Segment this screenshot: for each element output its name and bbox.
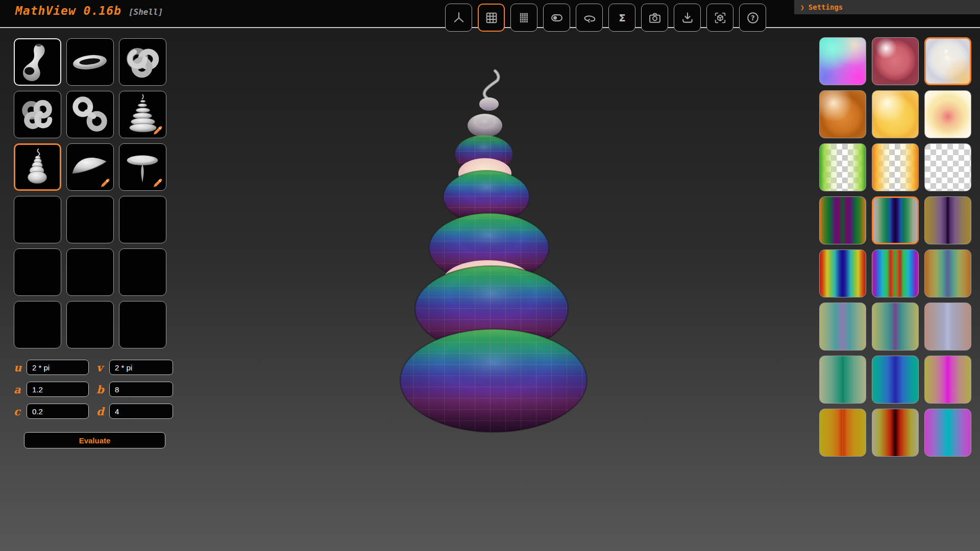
model-tile-klein-bottle[interactable] bbox=[14, 38, 61, 86]
toggle-icon bbox=[550, 11, 564, 25]
edit-pencil-icon[interactable] bbox=[152, 177, 164, 189]
empty-model-slot[interactable] bbox=[66, 196, 114, 243]
figure-eight-knot-icon bbox=[67, 91, 113, 138]
cube-scan-icon bbox=[713, 11, 727, 25]
svg-text:Σ: Σ bbox=[619, 12, 626, 24]
empty-model-slot[interactable] bbox=[66, 301, 114, 348]
param-label-c: c bbox=[14, 405, 25, 418]
texture-swatch-stripes-violet[interactable] bbox=[872, 196, 919, 244]
edit-pencil-icon[interactable] bbox=[100, 177, 112, 189]
texture-swatch-stripes-olive-magenta[interactable] bbox=[924, 356, 971, 404]
texture-swatch-stripes-forest[interactable] bbox=[819, 196, 866, 244]
klein-bottle-icon bbox=[15, 39, 60, 85]
torus-knot-icon bbox=[119, 39, 166, 85]
sigma-icon: Σ bbox=[615, 11, 629, 25]
texture-swatch-sphere-rainbow[interactable] bbox=[819, 37, 866, 85]
param-input-a[interactable] bbox=[27, 382, 89, 397]
texture-swatch-stripes-olive-plum[interactable] bbox=[872, 303, 919, 350]
param-label-v: v bbox=[96, 361, 108, 374]
toggle-button[interactable] bbox=[543, 4, 570, 32]
grid-fine-button[interactable] bbox=[510, 4, 537, 32]
empty-model-slot[interactable] bbox=[14, 248, 61, 296]
texture-swatch-stripes-sage-teal[interactable] bbox=[819, 356, 866, 404]
camera-icon bbox=[648, 11, 662, 25]
texture-swatch-stripes-pastel-teal[interactable] bbox=[819, 303, 866, 350]
param-label-a: a bbox=[14, 383, 25, 396]
param-input-u[interactable] bbox=[27, 360, 89, 375]
texture-swatch-stripes-neon[interactable] bbox=[872, 249, 919, 297]
texture-swatch-stripes-rainbow[interactable] bbox=[819, 249, 866, 297]
texture-swatch-alpha-clear[interactable] bbox=[924, 143, 971, 191]
shell-spiral-icon bbox=[15, 145, 60, 189]
texture-swatch-sphere-orange[interactable] bbox=[819, 90, 866, 138]
texture-swatch-stripes-amber-red[interactable] bbox=[819, 409, 866, 457]
param-label-b: b bbox=[96, 383, 108, 396]
texture-swatch-stripes-teal-blue[interactable] bbox=[872, 356, 919, 404]
grid-coarse-button[interactable] bbox=[478, 4, 505, 32]
help-icon: ? bbox=[746, 11, 760, 25]
empty-model-slot[interactable] bbox=[119, 301, 166, 348]
toolbar: Σ ? bbox=[445, 4, 766, 32]
model-tile-shell-dome[interactable] bbox=[66, 143, 114, 191]
axes-toggle-button[interactable] bbox=[445, 4, 472, 32]
texture-swatch-stripes-rose-lavender[interactable] bbox=[924, 303, 971, 350]
settings-label: Settings bbox=[808, 3, 843, 11]
grid-fine-icon bbox=[517, 11, 531, 25]
chevron-right-icon: ❯ bbox=[800, 4, 804, 11]
settings-panel-header[interactable]: ❯ Settings bbox=[794, 0, 980, 14]
texture-swatch-sphere-yellow[interactable] bbox=[872, 90, 919, 138]
model-tile-figure-eight-knot[interactable] bbox=[66, 91, 114, 138]
texture-palette bbox=[819, 37, 971, 457]
empty-model-slot[interactable] bbox=[14, 196, 61, 243]
texture-swatch-sphere-glow[interactable] bbox=[924, 90, 971, 138]
mobius-strip-icon bbox=[67, 39, 113, 85]
param-input-b[interactable] bbox=[109, 382, 173, 397]
grid-coarse-icon bbox=[484, 11, 499, 25]
evaluate-button[interactable]: Evaluate bbox=[24, 432, 165, 448]
download-icon bbox=[680, 11, 695, 25]
texture-swatch-stripes-gold-purple[interactable] bbox=[924, 196, 971, 244]
app-subtitle: [Shell] bbox=[129, 7, 163, 17]
param-label-d: d bbox=[96, 405, 108, 418]
axes-3d-icon bbox=[452, 11, 466, 25]
texture-swatch-sphere-red[interactable] bbox=[872, 37, 919, 85]
screenshot-camera-button[interactable] bbox=[641, 4, 668, 32]
parameter-form: u v a b c d Evaluate bbox=[14, 359, 167, 448]
texture-swatch-stripes-rust-cyan[interactable] bbox=[924, 249, 971, 297]
model-tile-spiral-drill[interactable] bbox=[119, 91, 166, 138]
cube-scan-button[interactable] bbox=[706, 4, 733, 32]
model-tile-spindle-top[interactable] bbox=[119, 143, 166, 191]
param-input-v[interactable] bbox=[109, 360, 173, 375]
orbit-rotate-button[interactable] bbox=[576, 4, 603, 32]
param-input-c[interactable] bbox=[27, 404, 89, 419]
texture-swatch-stripes-magenta-cyan[interactable] bbox=[924, 409, 971, 457]
app-name: MathView 0.16b bbox=[15, 4, 121, 17]
svg-text:?: ? bbox=[751, 14, 755, 21]
knot-ball-icon bbox=[14, 91, 61, 138]
app-title: MathView 0.16b[Shell] bbox=[15, 4, 163, 17]
texture-swatch-alpha-green[interactable] bbox=[819, 143, 866, 191]
model-tile-mobius-strip[interactable] bbox=[66, 38, 114, 86]
model-grid bbox=[14, 38, 167, 348]
param-label-u: u bbox=[14, 361, 25, 374]
model-panel: u v a b c d Evaluate bbox=[14, 38, 167, 448]
texture-swatch-alpha-orange[interactable] bbox=[872, 143, 919, 191]
edit-pencil-icon[interactable] bbox=[152, 124, 164, 136]
empty-model-slot[interactable] bbox=[119, 248, 166, 296]
sigma-sum-button[interactable]: Σ bbox=[608, 4, 635, 32]
empty-model-slot[interactable] bbox=[66, 248, 114, 296]
orbit-rotate-icon bbox=[582, 11, 597, 25]
param-input-d[interactable] bbox=[109, 404, 173, 419]
model-tile-shell-spiral[interactable] bbox=[14, 143, 61, 191]
download-export-button[interactable] bbox=[674, 4, 701, 32]
texture-swatch-sphere-pearl[interactable] bbox=[924, 37, 971, 85]
empty-model-slot[interactable] bbox=[14, 301, 61, 348]
model-tile-torus-knot[interactable] bbox=[119, 38, 166, 86]
empty-model-slot[interactable] bbox=[119, 196, 166, 243]
texture-swatch-stripes-khaki-crimson[interactable] bbox=[872, 409, 919, 457]
model-tile-knot-ball[interactable] bbox=[14, 91, 61, 138]
help-button[interactable]: ? bbox=[739, 4, 766, 32]
